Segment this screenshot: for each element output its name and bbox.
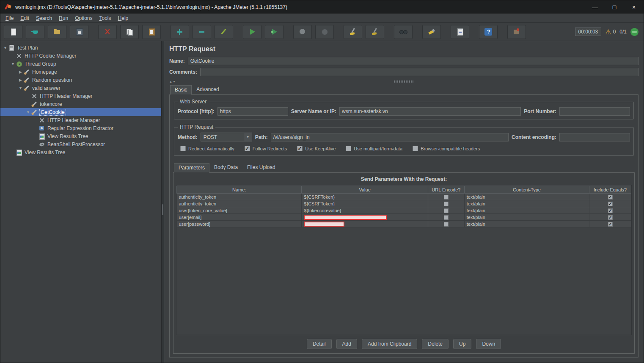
new-file-button[interactable] — [4, 25, 22, 39]
tree-item-random-question[interactable]: ▶Random question — [0, 76, 161, 84]
tab-advanced[interactable]: Advanced — [192, 85, 223, 94]
url-encode-cell[interactable] — [428, 214, 464, 221]
tree-item-homepage[interactable]: ▶Homepage — [0, 68, 161, 76]
open-file-button[interactable] — [48, 25, 66, 39]
paste-button[interactable] — [142, 25, 161, 39]
tree-item-http-cookie-manager[interactable]: HTTP Cookie Manager — [0, 52, 161, 60]
include-equals-checkbox[interactable] — [608, 195, 613, 200]
templates-button[interactable] — [26, 25, 44, 39]
url-encode-cell[interactable] — [428, 194, 464, 200]
include-equals-cell[interactable] — [589, 214, 631, 221]
url-encode-checkbox[interactable] — [444, 202, 449, 206]
close-button[interactable]: × — [624, 0, 644, 14]
collapse-arrows-icon[interactable] — [169, 80, 176, 83]
param-value-cell[interactable] — [302, 214, 428, 221]
checkbox-box[interactable] — [413, 146, 418, 151]
checkbox-box[interactable] — [245, 146, 250, 151]
collapse-arrow-icon[interactable]: ▼ — [25, 110, 31, 114]
log-errors-indicator[interactable]: 0 — [605, 28, 616, 36]
collapse-arrow-icon[interactable]: ▼ — [17, 86, 24, 90]
tree-item-getcookie[interactable]: ▼GetCookie — [0, 108, 161, 116]
tree-splitter[interactable] — [161, 41, 164, 363]
url-encode-cell[interactable] — [428, 221, 464, 227]
maximize-button[interactable]: □ — [605, 0, 624, 14]
tree-item-beanshell-postprocessor[interactable]: BeanShell PostProcessor — [0, 140, 161, 148]
menu-search[interactable]: Search — [33, 14, 55, 22]
plugins-manager-button[interactable] — [507, 25, 526, 39]
content-type-cell[interactable]: text/plain — [464, 194, 589, 200]
tree-item-test-plan[interactable]: ▼Test Plan — [0, 44, 161, 52]
checkbox-use-keepalive[interactable]: Use KeepAlive — [297, 146, 336, 151]
checkbox-box[interactable] — [180, 146, 186, 151]
splitter-handle[interactable] — [162, 204, 163, 215]
expand-all-button[interactable] — [171, 25, 189, 39]
content-type-cell[interactable]: text/plain — [464, 200, 589, 207]
tree-item-tokencore[interactable]: tokencore — [0, 100, 161, 108]
help-button[interactable] — [479, 25, 498, 39]
name-input[interactable] — [188, 57, 638, 65]
include-equals-cell[interactable] — [589, 221, 631, 227]
expand-arrow-icon[interactable]: ▶ — [17, 70, 24, 74]
add-button[interactable]: Add — [336, 339, 357, 349]
function-helper-button[interactable] — [451, 25, 469, 39]
include-equals-cell[interactable] — [589, 194, 631, 200]
search-button[interactable] — [394, 25, 413, 39]
tree-item-view-results-tree[interactable]: View Results Tree — [0, 132, 161, 140]
clear-button[interactable] — [344, 25, 362, 39]
tab-parameters[interactable]: Parameters — [174, 163, 209, 173]
include-equals-cell[interactable] — [589, 200, 631, 207]
param-value-cell[interactable]: ${tokencorevalue} — [302, 207, 428, 214]
shutdown-button[interactable] — [315, 25, 334, 39]
delete-button[interactable]: Delete — [422, 339, 449, 349]
param-name-cell[interactable]: user[email] — [177, 214, 302, 221]
splitter-grip[interactable] — [394, 80, 414, 83]
chevron-down-icon[interactable] — [244, 133, 252, 141]
menu-options[interactable]: Options — [72, 14, 96, 22]
cut-button[interactable] — [98, 25, 117, 39]
param-name-cell[interactable]: user[token_core_value] — [177, 207, 302, 214]
menu-edit[interactable]: Edit — [17, 14, 33, 22]
tree-item-thread-group[interactable]: ▼Thread Group — [0, 60, 161, 68]
detail-button[interactable]: Detail — [307, 339, 332, 349]
include-equals-checkbox[interactable] — [608, 208, 613, 213]
param-value-cell[interactable]: ${CSRFToken} — [302, 200, 428, 207]
collapse-arrow-icon[interactable]: ▼ — [2, 46, 8, 50]
expand-arrow-icon[interactable]: ▶ — [17, 78, 24, 82]
protocol-input[interactable] — [217, 107, 288, 116]
param-name-cell[interactable]: user[password] — [177, 221, 302, 227]
content-encoding-input[interactable] — [559, 133, 630, 141]
comments-input[interactable] — [200, 68, 638, 76]
tree-item-http-header-manager[interactable]: HTTP Header Manager — [0, 116, 161, 124]
url-encode-checkbox[interactable] — [444, 215, 449, 220]
content-type-cell[interactable]: text/plain — [464, 214, 589, 221]
param-name-cell[interactable]: authenticity_token — [177, 200, 302, 207]
menu-tools[interactable]: Tools — [96, 14, 115, 22]
tab-files-upload[interactable]: Files Upload — [242, 163, 280, 172]
param-value-cell[interactable]: ${CSRFToken} — [302, 194, 428, 200]
url-encode-checkbox[interactable] — [444, 195, 449, 200]
url-encode-cell[interactable] — [428, 200, 464, 207]
tab-basic[interactable]: Basic — [170, 85, 192, 95]
start-button[interactable] — [243, 25, 261, 39]
param-value-cell[interactable] — [302, 221, 428, 227]
param-name-cell[interactable]: authenticity_token — [177, 194, 302, 200]
checkbox-box[interactable] — [346, 146, 351, 151]
down-button[interactable]: Down — [476, 339, 501, 349]
url-encode-checkbox[interactable] — [444, 222, 449, 227]
tree-item-regular-expression-extractor[interactable]: Regular Expression Extractor — [0, 124, 161, 132]
content-type-cell[interactable]: text/plain — [464, 221, 589, 227]
save-button[interactable] — [70, 25, 88, 39]
reset-search-button[interactable] — [422, 25, 441, 39]
minimize-button[interactable]: — — [585, 0, 605, 14]
checkbox-browser-compatible-headers[interactable]: Browser-compatible headers — [413, 146, 480, 151]
elapsed-timer[interactable]: 00:00:03 — [575, 28, 602, 36]
url-encode-cell[interactable] — [428, 207, 464, 214]
tree-item-valid-answer[interactable]: ▼valid answer — [0, 84, 161, 92]
server-name-input[interactable] — [339, 107, 521, 116]
add-from-clipboard-button[interactable]: Add from Clipboard — [362, 339, 417, 349]
method-select[interactable]: POST — [201, 133, 252, 141]
checkbox-use-multipart-form-data[interactable]: Use multipart/form-data — [346, 146, 402, 151]
copy-button[interactable] — [120, 25, 139, 39]
include-equals-checkbox[interactable] — [608, 222, 613, 227]
include-equals-cell[interactable] — [589, 207, 631, 214]
